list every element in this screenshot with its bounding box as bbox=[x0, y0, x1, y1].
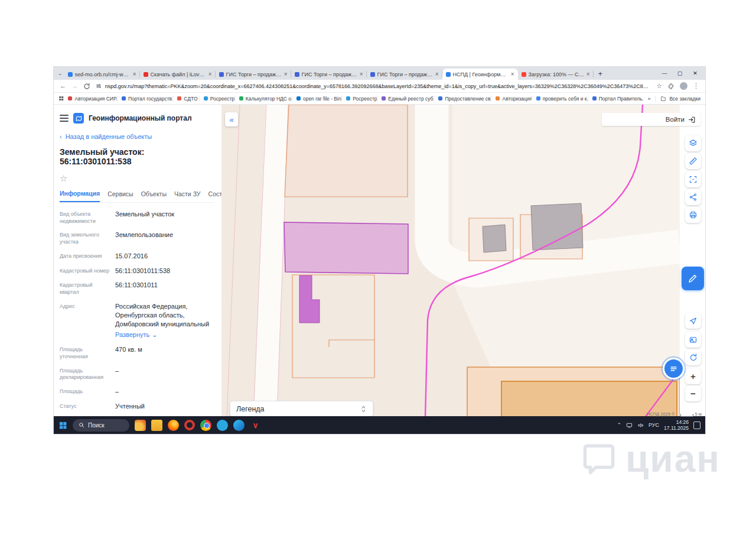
chat-button[interactable] bbox=[663, 358, 685, 380]
ruler-icon bbox=[689, 157, 698, 166]
layers-tool-button[interactable] bbox=[685, 135, 701, 151]
speaker-icon[interactable] bbox=[637, 422, 644, 429]
browser-tab[interactable]: Скачать файл | iLovePDF× bbox=[140, 69, 216, 80]
measure-tool-button[interactable] bbox=[685, 153, 701, 169]
bookmark-item[interactable]: Авторизация СИР... bbox=[64, 96, 116, 102]
bookmarks-overflow-button[interactable]: » bbox=[643, 96, 656, 102]
file-explorer-icon[interactable] bbox=[151, 420, 162, 431]
tray-expand-icon[interactable]: ⌃ bbox=[617, 422, 622, 428]
browser-menu-icon[interactable]: ⋮ bbox=[693, 82, 699, 90]
menu-icon[interactable] bbox=[60, 115, 69, 122]
edge-icon[interactable] bbox=[233, 420, 245, 431]
back-button[interactable]: ← bbox=[60, 83, 66, 89]
tab-list-chevron-icon[interactable]: ⌄ bbox=[58, 70, 63, 76]
info-row: Площадь уточненная470 кв. м bbox=[60, 345, 214, 360]
share-tool-button[interactable] bbox=[685, 189, 701, 205]
screenshot-tool-button[interactable] bbox=[685, 332, 701, 348]
tab-close-icon[interactable]: × bbox=[284, 71, 288, 77]
taskbar-search[interactable]: Поиск bbox=[73, 419, 129, 432]
tab-close-icon[interactable]: × bbox=[360, 71, 363, 77]
panel-collapse-button[interactable]: « bbox=[225, 112, 238, 127]
building-shape bbox=[483, 225, 506, 252]
tab-information[interactable]: Информация bbox=[60, 190, 100, 202]
zoom-out-button[interactable]: − bbox=[685, 385, 701, 401]
opera-icon[interactable] bbox=[184, 420, 195, 430]
tab-services[interactable]: Сервисы bbox=[107, 190, 133, 202]
bookmark-item[interactable]: Росреестр bbox=[199, 96, 234, 102]
favorite-star-icon[interactable]: ☆ bbox=[60, 173, 214, 184]
print-tool-button[interactable] bbox=[685, 207, 701, 223]
map-canvas[interactable] bbox=[222, 105, 680, 417]
info-row: Вид земельного участкаЗемлепользование bbox=[60, 231, 214, 245]
tab-close-icon[interactable]: × bbox=[208, 71, 212, 77]
forward-button[interactable]: → bbox=[71, 83, 78, 89]
selected-parcel-shape[interactable] bbox=[284, 222, 408, 274]
legend-sort-icon[interactable] bbox=[360, 405, 367, 413]
browser-tab[interactable]: ГИС Торги – продажи государ× bbox=[216, 69, 291, 80]
telegram-icon[interactable] bbox=[217, 420, 228, 431]
browser-tab-strip: ⌄ sed-mo.orb.ru/cmj-web/?locali× Скачать… bbox=[54, 67, 705, 80]
bookmark-item[interactable]: Калькулятор НДС о... bbox=[234, 96, 292, 102]
start-button[interactable] bbox=[58, 421, 67, 430]
bookmark-item[interactable]: Авторизация bbox=[491, 96, 531, 102]
bookmark-item[interactable]: open rar file - Bing bbox=[292, 96, 341, 102]
site-info-icon[interactable] bbox=[96, 83, 102, 89]
tab-close-icon[interactable]: × bbox=[133, 71, 136, 77]
portal-title: Геоинформационный портал bbox=[89, 114, 192, 122]
bookmark-item[interactable]: Предоставление св... bbox=[434, 96, 491, 102]
bookmark-item[interactable]: Единый реестр суб... bbox=[377, 96, 434, 102]
profile-avatar[interactable] bbox=[680, 82, 687, 90]
reload-icon[interactable] bbox=[83, 83, 90, 90]
browser-tab-active[interactable]: НСПД | Геоинформационный× bbox=[442, 69, 518, 80]
bookmark-star-icon[interactable]: ☆ bbox=[656, 82, 662, 90]
taskbar-clock[interactable]: 14:26 17.11.2025 bbox=[664, 419, 689, 431]
new-tab-button[interactable]: + bbox=[598, 69, 603, 78]
draw-tool-button[interactable] bbox=[682, 267, 704, 290]
browser-tab[interactable]: ГИС Торги – продажи государ× bbox=[291, 69, 367, 80]
bookmark-item[interactable]: Портал государств... bbox=[117, 96, 172, 102]
weather-widget-icon[interactable] bbox=[135, 420, 146, 431]
language-indicator[interactable]: РУС bbox=[649, 422, 659, 428]
apps-grid-icon[interactable] bbox=[58, 95, 64, 102]
window-minimize-button[interactable]: — bbox=[657, 70, 672, 76]
address-bar: ← → nspd.gov.ru/map?thematic=PKK&zoom=20… bbox=[54, 80, 705, 93]
extensions-puzzle-icon[interactable] bbox=[667, 83, 674, 90]
browser-tab[interactable]: sed-mo.orb.ru/cmj-web/?locali× bbox=[64, 69, 140, 80]
chrome-icon[interactable] bbox=[200, 420, 211, 431]
locate-tool-button[interactable] bbox=[685, 313, 701, 329]
browser-tab[interactable]: Загрузка: 100% — Convertio× bbox=[518, 69, 594, 80]
tab-close-icon[interactable]: × bbox=[586, 71, 590, 77]
login-icon bbox=[688, 116, 696, 124]
tab-parts[interactable]: Части ЗУ bbox=[174, 190, 201, 202]
window-maximize-button[interactable]: ▢ bbox=[672, 70, 687, 76]
display-icon[interactable] bbox=[626, 422, 633, 429]
bookmark-item[interactable]: Росреестр bbox=[341, 96, 377, 102]
rotate-tool-button[interactable] bbox=[685, 349, 701, 365]
firefox-icon[interactable] bbox=[168, 420, 179, 431]
url-field[interactable]: nspd.gov.ru/map?thematic=PKK&zoom=20&coo… bbox=[96, 83, 651, 89]
tab-close-icon[interactable]: × bbox=[435, 71, 439, 77]
favicon-icon bbox=[177, 96, 181, 100]
window-close-button[interactable]: ✕ bbox=[687, 70, 703, 76]
bookmark-item[interactable]: Портал Правитель... bbox=[588, 96, 643, 102]
favicon-icon bbox=[592, 96, 597, 100]
tab-objects[interactable]: Объекты bbox=[141, 190, 167, 202]
all-bookmarks-button[interactable]: Все закладки bbox=[655, 96, 700, 102]
map-area[interactable]: « Легенда bbox=[222, 105, 680, 417]
back-to-results-link[interactable]: ‹ Назад в найденные объекты bbox=[60, 133, 214, 140]
notification-center-icon[interactable] bbox=[693, 421, 700, 429]
favicon-icon bbox=[144, 72, 148, 77]
red-chevron-icon[interactable]: ∨ bbox=[250, 420, 261, 431]
area-select-tool-button[interactable] bbox=[685, 171, 701, 187]
tab-close-icon[interactable]: × bbox=[511, 71, 514, 77]
image-icon bbox=[689, 335, 698, 344]
bookmark-item[interactable]: СДТО bbox=[172, 96, 198, 102]
browser-tab[interactable]: ГИС Торги – продажи государ× bbox=[367, 69, 442, 80]
login-button[interactable]: Войти bbox=[602, 113, 700, 126]
legend-bar[interactable]: Легенда bbox=[230, 401, 373, 417]
zoom-in-button[interactable]: + bbox=[685, 368, 701, 384]
tab-composition[interactable]: Соста bbox=[208, 190, 222, 202]
address-expand-link[interactable]: Развернуть ⌄ bbox=[115, 330, 214, 339]
map-toolbar: + − bbox=[680, 105, 705, 417]
bookmark-item[interactable]: проверить себя и к... bbox=[532, 96, 588, 102]
